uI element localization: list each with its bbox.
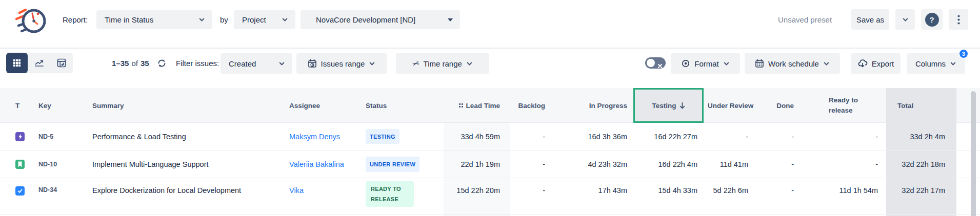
table-row: ND-5 Performance & Load Testing Maksym D… [0, 123, 980, 151]
column-header-ready-to-release-label: Ready to release [829, 95, 866, 116]
status-badge: TESTING [366, 129, 399, 144]
filter-field-value: Created [229, 59, 256, 68]
cell-in-progress: 16d 3h 36m [551, 123, 633, 150]
issue-type-check-icon [15, 186, 25, 196]
column-header-testing-label: Testing [652, 102, 676, 110]
kebab-menu-icon [957, 15, 960, 25]
issue-type-bolt-icon [15, 132, 25, 141]
row-scroll-gutter [956, 123, 980, 150]
issue-key: ND-10 [38, 151, 91, 178]
column-header-type[interactable]: T [0, 88, 38, 123]
question-mark-icon [925, 13, 939, 27]
column-header-ready-to-release[interactable]: Ready to release [800, 88, 886, 123]
grid-icon [13, 59, 21, 67]
cell-testing: 16d 22h 27m [633, 123, 704, 150]
save-as-dropdown-button[interactable] [895, 9, 915, 30]
issue-key: ND-5 [38, 123, 91, 150]
export-button[interactable]: Export [851, 53, 901, 74]
assignee-link[interactable]: Vika [289, 186, 304, 195]
cell-under-review: 11d 41m [704, 151, 756, 178]
issue-summary: Performance & Load Testing [91, 123, 288, 150]
issue-count: 1–35 of 35 [112, 53, 149, 73]
refresh-button[interactable] [157, 53, 167, 73]
report-type-select[interactable]: Time in Status [96, 10, 212, 29]
cell-ready-to-release: - [800, 123, 886, 150]
issues-range-label: Issues range [321, 59, 365, 68]
display-toggle[interactable] [645, 57, 666, 69]
more-options-kebab-button[interactable] [949, 9, 968, 30]
issues-range-button[interactable]: Issues range [296, 53, 387, 74]
sort-descending-icon [679, 102, 685, 109]
cell-in-progress: 4d 23h 32m [551, 151, 633, 178]
table-row: ND-10 Implement Multi-Language Support V… [0, 151, 980, 178]
column-header-key[interactable]: Key [38, 88, 91, 123]
issue-type-bookmark-icon [15, 160, 25, 169]
chevron-down-icon [282, 16, 288, 23]
refresh-icon [157, 58, 167, 68]
save-as-label: Save as [856, 15, 884, 24]
column-header-lead-time[interactable]: Lead Time [444, 88, 510, 123]
view-switcher [6, 53, 73, 73]
chevron-down-icon [902, 16, 909, 23]
cell-total: 33d 2h 4m [886, 123, 956, 150]
calendar-clock-icon [308, 59, 317, 68]
toggle-knob [647, 59, 655, 67]
group-by-value: Project [242, 15, 266, 24]
pivot-table-icon [57, 58, 66, 68]
column-header-testing-sorted[interactable]: Testing [633, 88, 704, 123]
format-target-icon [681, 59, 690, 68]
column-header-backlog[interactable]: Backlog [510, 88, 551, 123]
save-as-button[interactable]: Save as [851, 9, 889, 30]
triangle-down-icon [448, 18, 453, 21]
cell-ready-to-release: 11d 1h 54m [800, 178, 886, 214]
column-header-status[interactable]: Status [359, 88, 444, 123]
time-range-button[interactable]: ✂ Time range [396, 53, 489, 74]
drag-handle-icon [459, 103, 463, 107]
pivot-view-button[interactable] [50, 53, 73, 73]
table-header-row: T Key Summary Assignee Status Lead Time … [0, 88, 980, 123]
column-header-under-review[interactable]: Under Review [704, 88, 756, 123]
column-header-done[interactable]: Done [756, 88, 800, 123]
chevron-down-icon [466, 60, 473, 67]
cell-under-review: 5d 22h 6m [704, 178, 756, 214]
format-button[interactable]: Format [671, 53, 740, 74]
app-logo-clock-icon [13, 3, 50, 37]
chart-view-button[interactable] [28, 53, 50, 73]
group-by-select[interactable]: Project [234, 10, 295, 29]
cell-backlog: - [510, 151, 551, 178]
chevron-down-icon [723, 60, 730, 67]
assignee-link[interactable]: Maksym Denys [289, 133, 340, 141]
issue-summary: Implement Multi-Language Support [91, 151, 288, 178]
assignee-link[interactable]: Valeriia Bakalina [289, 160, 344, 168]
report-label: Report: [63, 0, 88, 39]
issue-key: ND-34 [38, 178, 91, 214]
cell-lead-time: 15d 22h 20m [444, 178, 510, 214]
column-header-in-progress[interactable]: In Progress [551, 88, 633, 123]
cell-under-review: - [704, 123, 756, 150]
preset-status-label: Unsaved preset [778, 0, 832, 39]
help-button[interactable] [921, 9, 943, 30]
chevron-down-icon [950, 60, 956, 67]
cell-backlog: - [510, 123, 551, 150]
columns-button[interactable]: Columns 3 [907, 53, 965, 74]
grid-view-button[interactable] [6, 53, 28, 73]
report-toolbar: 1–35 of 35 Filter issues: Created [0, 53, 980, 73]
column-header-summary[interactable]: Summary [91, 88, 288, 123]
cell-backlog: - [510, 178, 551, 214]
filter-field-select[interactable]: Created [221, 53, 292, 74]
cloud-download-icon [857, 59, 868, 68]
cell-total: 32d 22h 18m [886, 151, 956, 178]
column-header-total[interactable]: Total [886, 88, 956, 123]
work-schedule-label: Work schedule [768, 59, 819, 68]
project-select[interactable]: NovaCore Development [ND] [301, 10, 460, 29]
scissors-icon: ✂ [411, 58, 421, 69]
header-scroll-gutter [956, 88, 980, 123]
issue-count-total: 35 [141, 59, 149, 68]
status-badge: UNDER REVIEW [366, 157, 419, 172]
vertical-scrollbar-thumb[interactable] [971, 91, 976, 216]
work-schedule-button[interactable]: Work schedule [745, 53, 840, 74]
export-label: Export [872, 59, 894, 68]
table-row: ND-34 Explore Dockerization for Local De… [0, 178, 980, 215]
cell-total: 32d 22h 17m [886, 178, 956, 214]
column-header-assignee[interactable]: Assignee [288, 88, 359, 123]
